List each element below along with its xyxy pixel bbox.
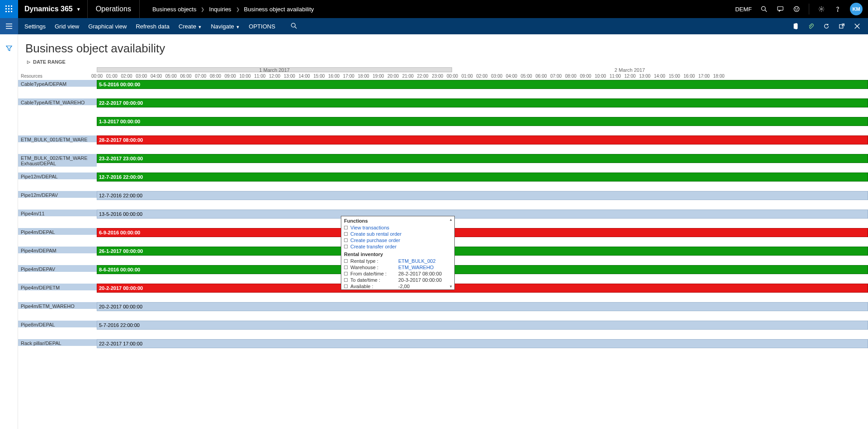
svg-point-12 — [794, 6, 799, 11]
action-graphical[interactable]: Graphical view — [88, 23, 127, 30]
feedback-icon[interactable] — [776, 5, 784, 13]
gantt-bar[interactable]: 5-5-2016 00:00:00 — [97, 80, 868, 89]
resource-label[interactable]: ETM_BULK_002/ETM_WAREExhaust/DEPAL — [18, 154, 97, 167]
crumb-2[interactable]: Inquiries — [209, 6, 231, 13]
action-navigate[interactable]: Navigate ▼ — [211, 23, 240, 30]
search-icon[interactable] — [291, 23, 297, 30]
close-icon[interactable] — [854, 23, 861, 30]
resource-label[interactable]: Pipe4m/DEPAL — [18, 228, 97, 235]
resource-label[interactable]: CableTypeA/ETM_WAREHO — [18, 98, 97, 105]
gantt-bar[interactable]: 20-2-2017 00:00:00 — [97, 302, 868, 311]
hour-tick: 12:00 — [269, 74, 280, 79]
svg-rect-7 — [8, 11, 9, 12]
hour-tick: 09:00 — [225, 74, 236, 79]
panel-function-link[interactable]: Create purchase order — [341, 237, 454, 243]
smile-icon[interactable] — [793, 5, 801, 13]
app-launcher[interactable] — [0, 0, 18, 18]
panel-function-link[interactable]: Create sub rental order — [341, 231, 454, 237]
resource-label[interactable]: Pipe4m/11 — [18, 210, 97, 216]
gantt-grid: 1 March 2017 2 March 2017 Resources 00:0… — [18, 67, 868, 429]
gantt-bar[interactable]: 6-9-2016 00:00:00 — [97, 228, 868, 237]
gear-icon[interactable] — [817, 5, 826, 13]
action-refresh[interactable]: Refresh data — [136, 23, 169, 30]
hour-tick: 06:00 — [180, 74, 192, 79]
gantt-bar[interactable]: 13-5-2016 00:00:00 — [97, 210, 868, 219]
resource-label[interactable]: Pipe4m/DEPETM — [18, 284, 97, 290]
hour-tick: 18:00 — [713, 74, 725, 79]
gantt-bar[interactable]: 12-7-2016 22:00:00 — [97, 191, 868, 200]
gantt-bar[interactable]: 22-2-2017 00:00:00 — [97, 98, 868, 107]
bullet-icon — [344, 266, 348, 269]
chevron-right-icon: ❯ — [236, 7, 240, 12]
action-grid-view[interactable]: Grid view — [55, 23, 79, 30]
avatar[interactable]: KM — [850, 3, 863, 15]
chevron-down-icon: ▼ — [198, 25, 202, 29]
hour-tick: 08:00 — [210, 74, 221, 79]
brand-menu[interactable]: Dynamics 365 ▼ — [18, 0, 88, 18]
resource-label[interactable]: Pipe8m/DEPAL — [18, 321, 97, 327]
crumb-3[interactable]: Business object availability — [244, 6, 314, 13]
hour-tick: 00:00 — [447, 74, 458, 79]
hour-tick: 06:00 — [536, 74, 547, 79]
gantt-bar[interactable]: 5-7-2016 22:00:00 — [97, 321, 868, 330]
svg-rect-4 — [8, 8, 9, 9]
gantt-bar[interactable]: 20-2-2017 00:00:00 — [97, 284, 868, 293]
hour-tick: 14:00 — [299, 74, 310, 79]
resource-label[interactable]: Pipe12m/DEPAV — [18, 191, 97, 198]
resource-label[interactable]: Pipe12m/DEPAL — [18, 173, 97, 179]
day-header: 1 March 2017 2 March 2017 — [18, 67, 868, 74]
company-code[interactable]: DEMF — [735, 6, 752, 13]
gantt-row: ETM_BULK_001/ETM_WARE28-2-2017 08:00:00 — [18, 135, 868, 154]
action-settings[interactable]: Settings — [24, 23, 46, 30]
gantt-bar[interactable]: 22-2-2017 17:00:00 — [97, 339, 868, 348]
hour-tick: 07:00 — [195, 74, 206, 79]
action-create[interactable]: Create ▼ — [179, 23, 202, 30]
resource-label[interactable]: ETM_BULK_001/ETM_WARE — [18, 135, 97, 142]
triangle-right-icon: ▷ — [27, 60, 30, 64]
navpane-toggle[interactable] — [0, 18, 18, 34]
refresh-icon[interactable] — [823, 23, 830, 30]
module-label: Operations — [88, 0, 140, 18]
help-icon[interactable] — [834, 5, 842, 13]
svg-rect-0 — [5, 5, 7, 7]
gantt-bar[interactable]: 28-2-2017 08:00:00 — [97, 135, 868, 145]
gantt-bar[interactable]: 26-1-2017 00:00:00 — [97, 247, 868, 256]
svg-point-16 — [837, 11, 838, 11]
resource-label[interactable]: Rack pillar/DEPAL — [18, 339, 97, 346]
gantt-bar[interactable]: 23-2-2017 23:00:00 — [97, 154, 868, 163]
panel-kv-row: To date/time :20-3-2017 00:00:00 — [341, 277, 454, 283]
popout-icon[interactable] — [838, 23, 845, 30]
office-icon[interactable] — [792, 23, 799, 30]
svg-point-9 — [761, 6, 765, 10]
svg-rect-22 — [840, 25, 843, 28]
resource-label[interactable]: CableTypeA/DEPAM — [18, 80, 97, 87]
panel-function-link[interactable]: View transactions — [341, 224, 454, 231]
hour-tick: 20:00 — [387, 74, 399, 79]
hour-tick: 09:00 — [580, 74, 591, 79]
panel-function-link[interactable]: Create transfer order — [341, 243, 454, 250]
resource-label[interactable]: Pipe4m/DEPAV — [18, 265, 97, 272]
action-options[interactable]: OPTIONS — [249, 23, 275, 30]
hour-tick: 02:00 — [121, 74, 132, 79]
filter-icon[interactable] — [6, 45, 12, 53]
bullet-icon — [344, 259, 348, 263]
brand-label: Dynamics 365 — [24, 5, 73, 13]
gantt-bar[interactable]: 1-3-2017 00:00:00 — [97, 117, 868, 126]
hour-tick: 03:00 — [491, 74, 502, 79]
action-bar: Settings Grid view Graphical view Refres… — [0, 18, 868, 34]
gantt-bar[interactable]: 8-6-2016 00:00:00 — [97, 265, 868, 274]
scroll-down-icon[interactable]: ▾ — [450, 284, 453, 289]
resource-label[interactable]: Pipe4m/DEPAM — [18, 247, 97, 253]
gantt-bar[interactable]: 12-7-2016 22:00:00 — [97, 173, 868, 182]
gantt-row: ETM_BULK_002/ETM_WAREExhaust/DEPAL23-2-2… — [18, 154, 868, 173]
attach-icon[interactable] — [807, 23, 815, 30]
date-range-toggle[interactable]: ▷ DATE RANGE — [18, 58, 868, 67]
search-icon[interactable] — [760, 5, 768, 13]
scroll-up-icon[interactable]: ▴ — [450, 217, 453, 222]
hour-header: Resources 00:0001:0002:0003:0004:0005:00… — [18, 74, 868, 80]
crumb-1[interactable]: Business objects — [152, 6, 197, 13]
resource-label[interactable]: Pipe4m/ETM_WAREHO — [18, 302, 97, 309]
hour-tick: 08:00 — [565, 74, 576, 79]
svg-rect-1 — [8, 5, 9, 7]
svg-rect-3 — [5, 8, 7, 9]
